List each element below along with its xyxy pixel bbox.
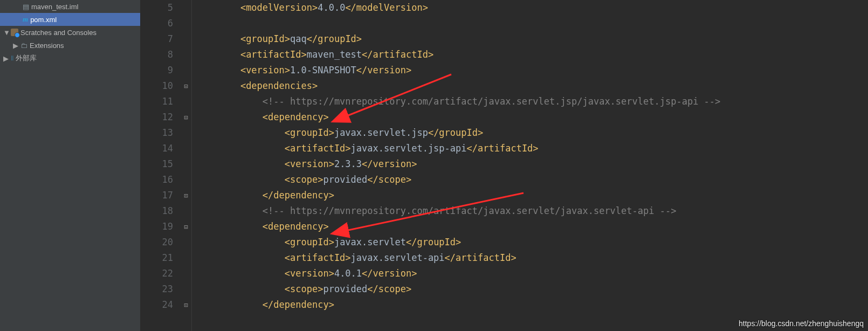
line-number: 10 [141, 78, 173, 94]
line-number: 20 [141, 235, 173, 250]
line-number: 7 [141, 31, 173, 47]
code-line[interactable]: <groupId>qaq</groupId> [196, 31, 868, 47]
code-line[interactable]: <version>4.0.1</version> [196, 266, 868, 281]
code-editor[interactable]: 56789101112131415161718192021222324 ⊟⊟⊡⊟… [141, 0, 868, 331]
sidebar-item-3[interactable]: ▶🗀Extensions [0, 39, 140, 52]
fold-collapse-icon[interactable]: ⊟ [182, 114, 190, 121]
file-icon: m [23, 15, 28, 24]
code-line[interactable]: <dependencies> [196, 78, 868, 94]
line-number: 5 [141, 0, 173, 16]
sidebar-item-label: pom.xml [30, 16, 57, 24]
sidebar-item-label: Scratches and Consoles [20, 29, 97, 37]
line-number: 17 [141, 188, 173, 203]
line-number: 18 [141, 203, 173, 219]
expand-arrow-icon[interactable]: ▶ [3, 54, 9, 63]
line-number: 15 [141, 156, 173, 172]
line-number: 24 [141, 297, 173, 313]
line-number: 13 [141, 125, 173, 141]
code-line[interactable]: <modelVersion>4.0.0</modelVersion> [196, 0, 868, 16]
code-line[interactable]: <scope>provided</scope> [196, 172, 868, 188]
expand-arrow-icon[interactable]: ▶ [13, 42, 18, 50]
file-icon: ⦀ [11, 54, 13, 63]
line-number: 16 [141, 172, 173, 188]
sidebar-item-1[interactable]: mpom.xml [0, 13, 140, 26]
file-icon [11, 29, 18, 36]
watermark-text: https://blog.csdn.net/zhenghuishengq [739, 319, 864, 328]
sidebar-item-2[interactable]: ▼Scratches and Consoles [0, 26, 140, 39]
line-number: 23 [141, 281, 173, 297]
code-line[interactable]: <artifactId>javax.servlet-api</artifactI… [196, 250, 868, 266]
line-number: 8 [141, 47, 173, 63]
app-root: ▤maven_test.imlmpom.xml▼Scratches and Co… [0, 0, 868, 331]
line-number: 22 [141, 266, 173, 281]
line-number: 19 [141, 219, 173, 235]
line-number: 12 [141, 109, 173, 125]
project-sidebar: ▤maven_test.imlmpom.xml▼Scratches and Co… [0, 0, 141, 331]
code-line[interactable]: <artifactId>maven_test</artifactId> [196, 47, 868, 63]
code-area[interactable]: <modelVersion>4.0.0</modelVersion> <grou… [192, 0, 868, 331]
code-line[interactable]: <dependency> [196, 219, 868, 235]
code-line[interactable]: <version>2.3.3</version> [196, 156, 868, 172]
fold-gutter[interactable]: ⊟⊟⊡⊟⊡ [181, 0, 192, 331]
file-icon: 🗀 [20, 42, 27, 50]
code-line[interactable] [196, 16, 868, 31]
sidebar-item-label: 外部库 [16, 53, 37, 63]
fold-expand-icon[interactable]: ⊡ [182, 301, 190, 309]
code-line[interactable]: <groupId>javax.servlet.jsp</groupId> [196, 125, 868, 141]
line-number: 14 [141, 141, 173, 156]
sidebar-item-label: maven_test.iml [31, 3, 78, 11]
code-line[interactable]: <scope>provided</scope> [196, 281, 868, 297]
file-icon: ▤ [23, 3, 29, 11]
code-line[interactable]: <!-- https://mvnrepository.com/artifact/… [196, 203, 868, 219]
line-number: 21 [141, 250, 173, 266]
fold-collapse-icon[interactable]: ⊟ [182, 82, 190, 90]
sidebar-item-0[interactable]: ▤maven_test.iml [0, 0, 140, 13]
code-line[interactable]: </dependency> [196, 188, 868, 203]
code-line[interactable]: <version>1.0-SNAPSHOT</version> [196, 63, 868, 78]
sidebar-item-label: Extensions [30, 42, 64, 50]
line-number: 6 [141, 16, 173, 31]
fold-collapse-icon[interactable]: ⊟ [182, 223, 190, 231]
line-number-gutter: 56789101112131415161718192021222324 [141, 0, 181, 331]
line-number: 9 [141, 63, 173, 78]
sidebar-item-4[interactable]: ▶⦀外部库 [0, 52, 140, 65]
line-number: 11 [141, 94, 173, 109]
code-line[interactable]: <groupId>javax.servlet</groupId> [196, 235, 868, 250]
fold-expand-icon[interactable]: ⊡ [182, 192, 190, 199]
code-line[interactable]: </dependency> [196, 297, 868, 313]
code-line[interactable]: <dependency> [196, 109, 868, 125]
code-line[interactable]: <!-- https://mvnrepository.com/artifact/… [196, 94, 868, 109]
code-line[interactable]: <artifactId>javax.servlet.jsp-api</artif… [196, 141, 868, 156]
expand-arrow-icon[interactable]: ▼ [3, 29, 9, 37]
